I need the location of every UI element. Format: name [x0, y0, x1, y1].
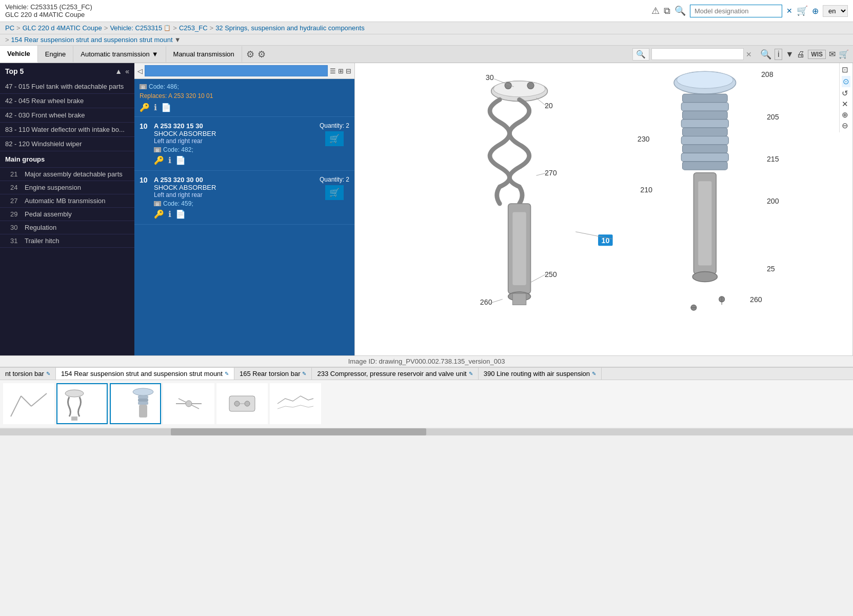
thumb-item-2[interactable]: [163, 383, 214, 424]
svg-point-8: [527, 82, 534, 89]
sidebar-group-29[interactable]: 29 Pedal assembly: [0, 208, 134, 221]
zoom-in-icon[interactable]: 🔍: [760, 49, 771, 60]
part-lock-icon-3[interactable]: 🔑: [154, 209, 164, 219]
parts-tb-expand[interactable]: ⊟: [346, 67, 351, 75]
thumb-item-1a[interactable]: [56, 383, 108, 424]
sidebar-item-top5-3[interactable]: 42 - 030 Front wheel brake: [0, 108, 134, 123]
sidebar: Top 5 ▲ « 47 - 015 Fuel tank with detach…: [0, 63, 134, 355]
horizontal-scrollbar[interactable]: [0, 428, 853, 435]
breadcrumb-glc[interactable]: GLC 220 d 4MATIC Coupe: [23, 24, 102, 32]
diagram-panel: 30 208 20 205 215 270 230 210 200 10 250…: [355, 63, 853, 355]
thumb-tab-1[interactable]: 154 Rear suspension strut and suspension…: [56, 368, 234, 380]
thumb-tab-4-edit[interactable]: ✎: [592, 371, 596, 376]
add-icon[interactable]: ⊕: [812, 6, 819, 16]
thumb-tab-2[interactable]: 165 Rear torsion bar ✎: [234, 368, 312, 380]
sidebar-group-27[interactable]: 27 Automatic MB transmission: [0, 194, 134, 208]
sidebar-group-21[interactable]: 21 Major assembly detachable parts: [0, 168, 134, 181]
sidebar-item-top5-1[interactable]: 47 - 015 Fuel tank with detachable parts: [0, 80, 134, 94]
sidebar-item-top5-5[interactable]: 82 - 120 Windshield wiper: [0, 137, 134, 151]
thumb-tab-3[interactable]: 233 Compressor, pressure reservoir and v…: [312, 368, 478, 380]
sidebar-item-top5-4[interactable]: 83 - 110 Water deflector with intake bo.…: [0, 123, 134, 137]
breadcrumb-154[interactable]: 154 Rear suspension strut and suspension…: [11, 36, 181, 44]
thumb-item-4[interactable]: [270, 383, 321, 424]
thumb-item-3[interactable]: [216, 383, 268, 424]
diagram-close-icon[interactable]: ✕: [842, 100, 850, 109]
parts-panel: ◁ ☰ ⊞ ⊟ ⊞ Code: 486; Replaces: A 253 320…: [134, 63, 355, 355]
part-details-3: A 253 320 30 00 SHOCK ABSORBER Left and …: [154, 176, 320, 219]
thumb-item-0[interactable]: [3, 383, 54, 424]
diagram-circle-icon[interactable]: ⊙: [842, 76, 850, 87]
sidebar-group-30[interactable]: 30 Regulation: [0, 221, 134, 234]
breadcrumb-c253fc[interactable]: C253_FC: [179, 24, 208, 32]
print-icon[interactable]: 🖨: [797, 50, 805, 59]
sidebar-item-top5-2[interactable]: 42 - 045 Rear wheel brake: [0, 94, 134, 108]
svg-rect-0: [407, 63, 800, 355]
info-icon[interactable]: i: [775, 49, 783, 60]
settings-icon2[interactable]: ⚙: [257, 49, 266, 60]
warning-icon[interactable]: ⚠: [651, 5, 660, 16]
filter-icon[interactable]: ▼: [785, 50, 794, 59]
svg-rect-52: [59, 386, 105, 422]
svg-text:205: 205: [767, 113, 779, 121]
svg-rect-60: [139, 405, 147, 418]
model-search-input[interactable]: [690, 5, 782, 17]
tab-manual-transmission[interactable]: Manual transmission: [166, 46, 242, 62]
svg-point-53: [65, 390, 84, 397]
tab-manual-label: Manual transmission: [173, 50, 234, 58]
tab-engine[interactable]: Engine: [38, 46, 73, 62]
breadcrumb-32springs[interactable]: 32 Springs, suspension and hydraulic com…: [215, 24, 365, 32]
thumb-tab-0-edit[interactable]: ✎: [46, 371, 50, 376]
tab-vehicle[interactable]: Vehicle: [0, 46, 38, 63]
search-clear-icon[interactable]: ✕: [786, 7, 792, 15]
part-info-icon-3[interactable]: ℹ: [168, 209, 171, 219]
parts-tb-back[interactable]: ◁: [137, 67, 143, 75]
wis-icon[interactable]: WIS: [808, 50, 826, 59]
search-icon-header[interactable]: 🔍: [675, 5, 686, 16]
part-wis-icon-2[interactable]: 📄: [175, 155, 186, 165]
add-to-cart-btn-3[interactable]: 🛒: [325, 185, 344, 200]
part-lock-icon-2[interactable]: 🔑: [154, 155, 164, 165]
breadcrumb-vehicle[interactable]: Vehicle: C253315 📋: [110, 24, 171, 32]
scrollbar-thumb[interactable]: [171, 428, 427, 435]
thumb-tab-4[interactable]: 390 Line routing with air suspension ✎: [479, 368, 602, 380]
parts-search-input[interactable]: [651, 48, 744, 60]
search-icon-toolbar[interactable]: 🔍: [632, 48, 649, 61]
part-lock-icon-1[interactable]: 🔑: [140, 103, 150, 112]
part-wis-icon-1[interactable]: 📄: [161, 103, 171, 112]
mail-icon[interactable]: ✉: [829, 49, 836, 59]
part-info-icon-2[interactable]: ℹ: [168, 155, 171, 165]
copy-icon[interactable]: ⧉: [664, 6, 670, 16]
breadcrumb-pc[interactable]: PC: [5, 24, 14, 32]
settings-icon1[interactable]: ⚙: [246, 49, 254, 60]
parts-tb-list[interactable]: ☰: [330, 67, 336, 75]
thumb-item-1b[interactable]: [110, 383, 161, 424]
thumb-tab-3-edit[interactable]: ✎: [469, 371, 473, 376]
thumb-tab-1-edit[interactable]: ✎: [225, 371, 229, 376]
tab-vehicle-label: Vehicle: [7, 50, 30, 57]
sidebar-group-31[interactable]: 31 Trailer hitch: [0, 234, 134, 248]
svg-rect-54: [71, 416, 77, 421]
cart-icon-header[interactable]: 🛒: [797, 5, 808, 16]
diagram-zoom-in-icon[interactable]: ⊕: [842, 110, 850, 120]
language-selector[interactable]: en de fr: [823, 5, 848, 17]
thumb-tab-2-edit[interactable]: ✎: [302, 371, 306, 376]
breadcrumb-dropdown-icon[interactable]: ▼: [174, 36, 181, 44]
search-clear-toolbar[interactable]: ✕: [746, 50, 752, 58]
part-info-icon-1[interactable]: ℹ: [154, 103, 157, 112]
sidebar-expand-icon[interactable]: «: [125, 67, 129, 75]
diagram-zoom-out-icon[interactable]: ⊖: [842, 121, 850, 130]
sidebar-group-24[interactable]: 24 Engine suspension: [0, 181, 134, 194]
svg-point-10: [677, 71, 733, 88]
thumb-tab-0[interactable]: nt torsion bar ✎: [0, 368, 56, 380]
cart-icon-toolbar[interactable]: 🛒: [839, 49, 849, 59]
diagram-rotate-icon[interactable]: ↺: [842, 89, 850, 98]
tab-automatic-transmission[interactable]: Automatic transmission ▼: [73, 46, 166, 62]
sidebar-collapse-icon[interactable]: ▲: [115, 67, 122, 75]
diagram-expand-icon[interactable]: ⊡: [842, 65, 850, 74]
breadcrumb-154-label: 154 Rear suspension strut and suspension…: [11, 36, 173, 44]
parts-tb-grid[interactable]: ⊞: [338, 67, 344, 75]
add-to-cart-btn-2[interactable]: 🛒: [325, 131, 344, 146]
part-wis-icon-3[interactable]: 📄: [175, 209, 186, 219]
vehicle-copy-icon[interactable]: 📋: [164, 25, 171, 31]
svg-rect-11: [682, 94, 727, 102]
